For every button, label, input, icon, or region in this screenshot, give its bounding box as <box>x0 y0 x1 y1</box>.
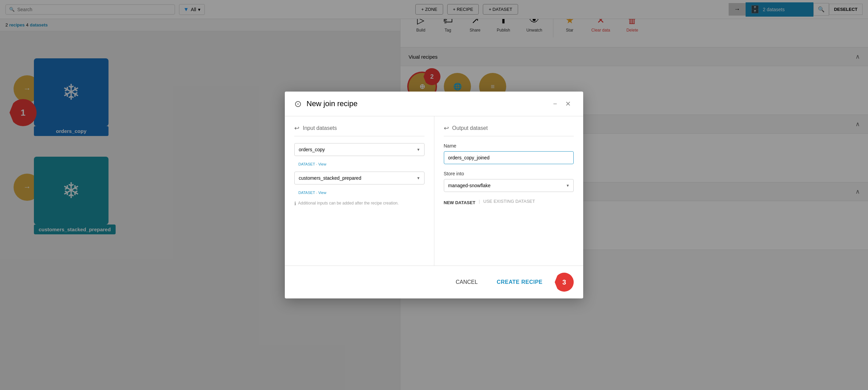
modal-footer: CANCEL CREATE RECIPE 3 <box>285 266 583 298</box>
dataset-links: NEW DATASET | USE EXISTING DATASET <box>444 199 574 207</box>
modal-overlay: ⊙ New join recipe − ✕ ↩ Input datasets o… <box>0 0 868 390</box>
input1-view-link[interactable]: View <box>318 162 327 166</box>
input-datasets-header: ↩ Input datasets <box>294 124 425 136</box>
modal-close-button[interactable]: ✕ <box>563 98 574 109</box>
create-recipe-button[interactable]: CREATE RECIPE <box>490 276 549 289</box>
link-separator: | <box>479 199 480 207</box>
join-recipe-icon: ⊙ <box>294 99 302 109</box>
modal-title-text: New join recipe <box>307 99 357 108</box>
cancel-button[interactable]: CANCEL <box>449 276 485 289</box>
input2-select[interactable]: customers_stacked_prepared <box>294 172 425 184</box>
input1-select[interactable]: orders_copy <box>294 143 425 156</box>
hint-message: Additional inputs can be added after the… <box>298 201 399 206</box>
input2-view-link[interactable]: View <box>318 191 327 195</box>
input2-select-wrapper: customers_stacked_prepared <box>294 172 425 184</box>
name-input[interactable] <box>444 151 574 164</box>
new-join-recipe-modal: ⊙ New join recipe − ✕ ↩ Input datasets o… <box>285 92 583 298</box>
modal-body: ↩ Input datasets orders_copy DATASET - V… <box>285 116 583 266</box>
step3-badge: 3 <box>555 273 574 292</box>
input-icon: ↩ <box>294 124 299 132</box>
use-existing-link[interactable]: USE EXISTING DATASET <box>483 199 535 207</box>
modal-minimize-button[interactable]: − <box>550 98 560 109</box>
input2-sub: DATASET - View <box>294 190 425 195</box>
store-select[interactable]: managed-snowflake <box>444 179 574 192</box>
name-label: Name <box>444 143 574 149</box>
output-icon: ↩ <box>444 124 449 132</box>
new-dataset-link[interactable]: NEW DATASET <box>444 199 475 207</box>
input-datasets-label: Input datasets <box>303 125 337 131</box>
store-section: Store into managed-snowflake <box>444 171 574 192</box>
output-dataset-header: ↩ Output dataset <box>444 124 574 136</box>
store-select-wrapper: managed-snowflake <box>444 179 574 192</box>
store-label: Store into <box>444 171 574 176</box>
input1-sub: DATASET - View <box>294 161 425 167</box>
input1-select-wrapper: orders_copy <box>294 143 425 156</box>
output-dataset-label: Output dataset <box>452 125 488 131</box>
info-icon: ℹ <box>294 201 296 206</box>
modal-right-panel: ↩ Output dataset Name Store into managed… <box>434 116 584 266</box>
modal-title: ⊙ New join recipe <box>294 99 357 109</box>
modal-header-buttons: − ✕ <box>550 98 574 109</box>
hint-text: ℹ Additional inputs can be added after t… <box>294 201 425 206</box>
modal-left-panel: ↩ Input datasets orders_copy DATASET - V… <box>285 116 434 266</box>
modal-header: ⊙ New join recipe − ✕ <box>285 92 583 116</box>
